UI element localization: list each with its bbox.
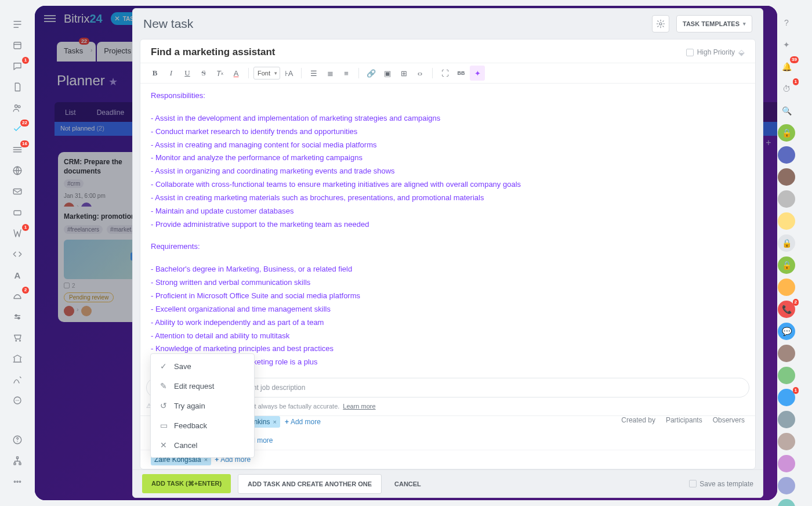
high-priority-checkbox[interactable] — [686, 49, 694, 56]
avatar[interactable]: 1 — [778, 389, 795, 406]
clear-format-button[interactable]: Tx — [212, 66, 227, 81]
lock-avatar[interactable]: 🔒 — [778, 234, 795, 252]
feed-icon[interactable] — [10, 17, 24, 31]
font-select[interactable]: Font▾ — [253, 67, 280, 79]
call-icon[interactable]: 📞2 — [778, 301, 795, 318]
new-task-modal: New task TASK TEMPLATES▾ High Priority ⬙… — [132, 8, 763, 498]
fire-icon: ⬙ — [738, 48, 745, 57]
fullscreen-button[interactable]: ⛶ — [437, 66, 452, 81]
strike-button[interactable]: S — [196, 66, 211, 81]
people-icon[interactable] — [10, 101, 24, 115]
bell-icon[interactable]: 🔔39 — [778, 58, 795, 75]
learn-more-link[interactable]: Learn more — [343, 403, 375, 410]
svg-point-15 — [19, 481, 20, 482]
drive-icon[interactable] — [10, 205, 24, 219]
align-button[interactable]: ≡ — [339, 66, 354, 81]
avatar[interactable] — [778, 477, 795, 494]
chat-icon[interactable]: 💬 — [778, 323, 795, 340]
globe-icon[interactable] — [10, 164, 24, 178]
remove-icon[interactable]: × — [273, 418, 276, 425]
ctx-try-again[interactable]: ↺Try again — [151, 396, 254, 415]
observers-tab[interactable]: Observers — [713, 416, 745, 424]
avatar[interactable] — [778, 433, 795, 450]
retry-icon: ↺ — [159, 401, 168, 410]
lock-icon[interactable]: 🔒 — [778, 124, 795, 142]
save-template-checkbox[interactable] — [689, 480, 697, 487]
marketplace-icon[interactable]: 1 — [10, 226, 24, 240]
task-templates-button[interactable]: TASK TEMPLATES▾ — [676, 15, 752, 32]
avatar[interactable] — [778, 345, 795, 362]
task-title-input[interactable] — [151, 46, 686, 58]
font-size-button[interactable]: ꜔A — [281, 66, 296, 81]
check-icon: ✓ — [159, 362, 168, 371]
right-contact-rail: ? ✦ 🔔39 ⏱1 🔍 🔒 🔒 🔒 📞2 💬 1 🧍 — [774, 6, 799, 500]
avatar[interactable] — [778, 146, 795, 164]
editor-toolbar: B I U S Tx A Font▾ ꜔A ☰ ≣ ≡ 🔗 ▣ ⊞ ‹› ⛶ — [140, 63, 755, 84]
ctx-feedback[interactable]: ▭Feedback — [151, 415, 254, 435]
left-nav-rail: 1 22 16 1 A 2 — [0, 6, 35, 500]
cart-icon[interactable] — [10, 331, 24, 345]
tasks-icon[interactable]: 22 — [10, 122, 24, 136]
sites-icon[interactable]: 2 — [10, 289, 24, 303]
copilot-context-menu: ✓Save ✎Edit request ↺Try again ▭Feedback… — [150, 353, 255, 458]
save-template-label: Save as template — [699, 480, 753, 488]
comment-icon[interactable] — [10, 393, 24, 407]
ctx-edit-request[interactable]: ✎Edit request — [151, 376, 254, 396]
avatar[interactable] — [778, 499, 795, 506]
bbcode-button[interactable]: BB — [454, 66, 469, 81]
comment-icon: ▭ — [159, 421, 168, 430]
unordered-list-button[interactable]: ≣ — [322, 66, 338, 81]
ctx-cancel[interactable]: ✕Cancel — [151, 435, 254, 455]
svg-point-1 — [15, 105, 18, 108]
image-button[interactable]: ▣ — [380, 66, 395, 81]
bank-icon[interactable] — [10, 352, 24, 366]
cancel-button[interactable]: CANCEL — [389, 475, 427, 493]
settings-button[interactable] — [652, 15, 669, 32]
search-icon[interactable]: 🔍 — [778, 102, 795, 120]
settings-icon[interactable] — [10, 310, 24, 324]
lines-icon[interactable]: 16 — [10, 143, 24, 157]
more-icon[interactable] — [10, 475, 24, 489]
copilot-input[interactable] — [170, 384, 742, 392]
chevron-down-icon: ▾ — [743, 21, 746, 27]
mail-icon[interactable] — [10, 185, 24, 198]
calendar-icon[interactable] — [10, 38, 24, 52]
avatar[interactable] — [778, 212, 795, 230]
link-button[interactable]: 🔗 — [364, 66, 379, 81]
avatar[interactable] — [778, 190, 795, 208]
table-button[interactable]: ⊞ — [396, 66, 411, 81]
code-icon[interactable] — [10, 247, 24, 261]
avatar[interactable] — [778, 367, 795, 384]
bold-button[interactable]: B — [147, 66, 162, 81]
underline-button[interactable]: U — [180, 66, 195, 81]
help-icon[interactable]: ? — [778, 14, 795, 31]
add-more-responsible[interactable]: +Add more — [285, 418, 321, 426]
italic-button[interactable]: I — [164, 66, 179, 81]
participants-tab[interactable]: Participants — [666, 416, 702, 424]
sitemap-icon[interactable] — [10, 454, 24, 468]
copilot-icon[interactable]: ✦ — [778, 36, 795, 53]
svg-point-16 — [659, 23, 662, 25]
avatar[interactable] — [778, 279, 795, 296]
code-button[interactable]: ‹› — [412, 66, 427, 81]
doc-icon[interactable] — [10, 80, 24, 94]
pencil-icon: ✎ — [159, 381, 168, 391]
ctx-save[interactable]: ✓Save — [151, 356, 254, 376]
color-button[interactable]: A — [229, 66, 244, 81]
ordered-list-button[interactable]: ☰ — [306, 66, 321, 81]
high-priority-label: High Priority — [697, 48, 735, 56]
add-task-button[interactable]: ADD TASK (⌘+ENTER) — [142, 474, 231, 493]
help-icon[interactable] — [10, 433, 24, 447]
clock-icon[interactable]: ⏱1 — [778, 80, 795, 97]
copilot-button[interactable]: ✦ — [470, 66, 485, 81]
task-description-editor[interactable]: Responsibilities: - Assist in the develo… — [140, 84, 755, 378]
sign-icon[interactable] — [10, 373, 24, 386]
avatar[interactable] — [778, 411, 795, 428]
lock-icon[interactable]: 🔒 — [778, 256, 795, 274]
created-by-tab[interactable]: Created by — [621, 416, 655, 424]
avatar[interactable] — [778, 168, 795, 186]
text-icon[interactable]: A — [10, 268, 24, 282]
add-task-another-button[interactable]: ADD TASK AND CREATE ANOTHER ONE — [238, 474, 382, 494]
chat-icon[interactable]: 1 — [10, 59, 24, 73]
avatar[interactable] — [778, 455, 795, 472]
